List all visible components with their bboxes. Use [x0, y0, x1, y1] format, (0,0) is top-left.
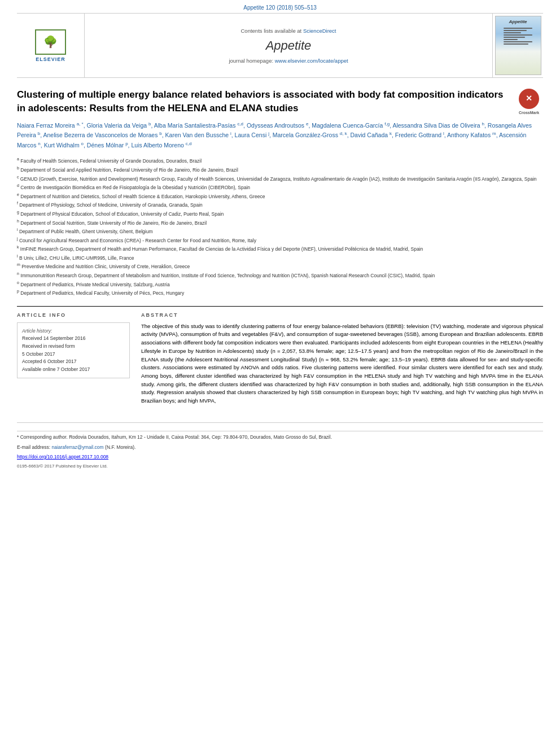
appetite-cover: Appetite — [492, 14, 543, 77]
received-revised-label: Received in revised form — [22, 343, 125, 351]
copyright-line: 0195-6663/© 2017 Published by Elsevier L… — [17, 463, 543, 470]
cover-image: Appetite — [495, 16, 541, 75]
sciencedirect-link[interactable]: ScienceDirect — [303, 28, 336, 34]
crossmark-icon: ✕ — [519, 89, 539, 109]
affil-j: j Council for Agricultural Research and … — [17, 236, 543, 244]
citation-text: Appetite 120 (2018) 505–513 — [243, 5, 317, 11]
affil-l: l B Univ, Lille2, CHU Lille, LIRIC-UMR99… — [17, 254, 543, 262]
footer-separator — [17, 431, 543, 431]
journal-title: Appetite — [266, 38, 312, 53]
journal-header: 🌳 ELSEVIER Contents lists available at S… — [17, 13, 543, 78]
elsevier-logo: 🌳 ELSEVIER — [17, 14, 85, 77]
email-note: E-mail address: naiaraferraz@ymail.com (… — [17, 444, 543, 452]
affil-a: a Faculty of Health Sciences, Federal Un… — [17, 156, 543, 165]
article-title-container: Clustering of multiple energy balance re… — [17, 88, 543, 115]
affil-p: p Department of Pediatrics, Medical Facu… — [17, 289, 543, 297]
affil-c: c GENUD (Growth, Exercise, Nutrition and… — [17, 174, 543, 183]
abstract-text: The objective of this study was to ident… — [141, 322, 543, 405]
main-content: Clustering of multiple energy balance re… — [0, 78, 560, 411]
citation-bar: Appetite 120 (2018) 505–513 — [0, 0, 560, 13]
affil-e: e Department of Nutrition and Dietetics,… — [17, 192, 543, 200]
elsevier-box: 🌳 — [35, 29, 66, 55]
accepted-date: Accepted 6 October 2017 — [22, 358, 125, 366]
cover-title: Appetite — [509, 19, 527, 24]
affil-m: m Preventive Medicine and Nutrition Clin… — [17, 262, 543, 270]
email-label: E-mail address: — [17, 444, 50, 450]
authors-section: Naiara Ferraz Moreira a, *, Gloria Valer… — [17, 121, 543, 150]
received-date: Received 14 September 2016 — [22, 335, 125, 343]
elsevier-tree-icon: 🌳 — [43, 35, 58, 49]
header-middle: Contents lists available at ScienceDirec… — [85, 14, 492, 77]
affiliations-section: a Faculty of Health Sciences, Federal Un… — [17, 156, 543, 296]
article-info-title: ARTICLE INFO — [17, 312, 130, 318]
affil-h: h Department of Social Nutrition, State … — [17, 219, 543, 227]
email-link[interactable]: naiaraferraz@ymail.com — [51, 444, 103, 450]
revised-date: 5 October 2017 — [22, 351, 125, 359]
elsevier-text: ELSEVIER — [36, 56, 65, 62]
journal-homepage: journal homepage: www.elsevier.com/locat… — [229, 58, 348, 64]
doi-link[interactable]: https://doi.org/10.1016/j.appet.2017.10.… — [17, 454, 108, 460]
affil-d: d Centro de Investigación Biomédica en R… — [17, 183, 543, 191]
affil-g: g Department of Physical Education, Scho… — [17, 209, 543, 218]
footer-section: * Corresponding author. Rodovia Dourados… — [17, 422, 543, 470]
affil-n: n Immunonutrition Research Group, Depart… — [17, 271, 543, 279]
abstract-title: ABSTRACT — [141, 312, 543, 318]
affil-b: b Department of Social and Applied Nutri… — [17, 165, 543, 174]
authors-text: Naiara Ferraz Moreira a, *, Gloria Valer… — [17, 122, 532, 148]
cover-decoration — [504, 27, 533, 46]
affil-f: f Department of Physiology, School of Me… — [17, 200, 543, 209]
article-info-column: ARTICLE INFO Article history: Received 1… — [17, 312, 130, 405]
two-column-section: ARTICLE INFO Article history: Received 1… — [17, 306, 543, 405]
email-author-note: (N.F. Moreira). — [105, 444, 135, 450]
available-date: Available online 7 October 2017 — [22, 366, 125, 374]
crossmark-label: CrossMark — [519, 110, 539, 116]
corresponding-note: * Corresponding author. Rodovia Dourados… — [17, 434, 543, 442]
crossmark-badge[interactable]: ✕ CrossMark — [515, 88, 543, 116]
doi-line: https://doi.org/10.1016/j.appet.2017.10.… — [17, 453, 543, 461]
homepage-link[interactable]: www.elsevier.com/locate/appet — [275, 58, 348, 64]
affil-i: i Department of Public Health, Ghent Uni… — [17, 227, 543, 235]
article-info-box: Article history: Received 14 September 2… — [17, 322, 130, 379]
history-label: Article history: — [22, 327, 125, 335]
affil-k: k ImFINE Research Group, Department of H… — [17, 244, 543, 253]
abstract-column: ABSTRACT The objective of this study was… — [141, 312, 543, 405]
article-title-text: Clustering of multiple energy balance re… — [17, 89, 504, 113]
affil-o: o Department of Pediatrics, Private Medi… — [17, 280, 543, 289]
contents-line: Contents lists available at ScienceDirec… — [241, 28, 336, 34]
